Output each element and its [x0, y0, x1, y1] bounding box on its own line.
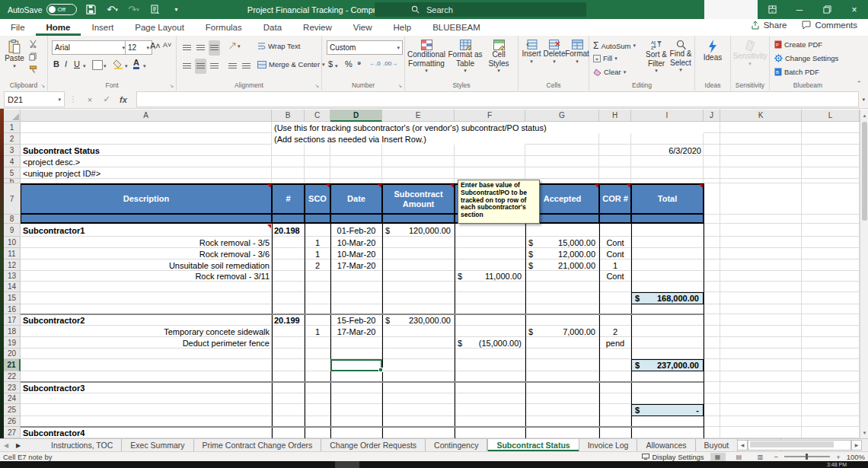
cell[interactable] [305, 416, 330, 427]
cell[interactable] [525, 416, 599, 427]
cell[interactable] [631, 337, 704, 349]
cell[interactable] [599, 224, 631, 237]
cell[interactable] [704, 248, 720, 259]
taskbar-app-button[interactable] [335, 461, 359, 468]
sheet-tab-buyout[interactable]: Buyout [696, 439, 739, 451]
cell[interactable] [704, 122, 720, 133]
cell[interactable] [455, 292, 525, 304]
cell[interactable] [455, 167, 525, 179]
cell[interactable] [631, 133, 704, 145]
cell-A10[interactable]: Rock removal - 3/5 [21, 237, 272, 248]
cell[interactable] [525, 314, 599, 326]
cell[interactable] [720, 427, 802, 438]
select-all-corner[interactable] [4, 110, 21, 122]
cell[interactable] [802, 349, 860, 359]
cell[interactable] [305, 393, 330, 404]
cell[interactable] [330, 282, 382, 292]
cell[interactable] [305, 427, 330, 438]
cell[interactable] [720, 337, 802, 349]
sheet-tab-invoice-log[interactable]: Invoice Log [579, 439, 638, 451]
cell[interactable] [802, 416, 860, 427]
column-header-L[interactable]: L [802, 110, 860, 122]
column-header-H[interactable]: H [599, 110, 631, 122]
cell-E7[interactable]: Subcontract Amount [382, 183, 455, 215]
cell-B17[interactable]: 20.199 [272, 314, 305, 326]
cell[interactable] [720, 326, 802, 337]
cell[interactable] [720, 156, 802, 167]
cell-A19[interactable]: Deduct perimeter fence [21, 337, 272, 349]
cell[interactable] [272, 393, 305, 404]
cell[interactable] [272, 382, 305, 393]
cell[interactable] [704, 167, 720, 179]
cell[interactable] [330, 404, 382, 416]
normal-view-button[interactable]: ▦ [710, 453, 726, 461]
cell[interactable] [631, 326, 704, 337]
cell[interactable] [272, 248, 305, 259]
cell[interactable] [272, 337, 305, 349]
cell-C10[interactable]: 1 [305, 237, 330, 248]
cell[interactable] [272, 292, 305, 304]
cell[interactable] [802, 259, 860, 271]
cell-D7[interactable]: Date [330, 183, 382, 215]
column-header-A[interactable]: A [21, 110, 272, 122]
cell[interactable] [382, 259, 455, 271]
cell[interactable] [599, 382, 631, 393]
cell[interactable] [599, 393, 631, 404]
cell[interactable] [802, 133, 860, 145]
cell[interactable] [599, 292, 631, 304]
scroll-right-arrow[interactable]: ▶ [851, 440, 862, 450]
cell-A9[interactable]: Subcontractor1 [21, 224, 272, 237]
cell[interactable] [599, 371, 631, 382]
cell[interactable] [599, 349, 631, 359]
cell[interactable] [720, 122, 802, 133]
cell[interactable] [382, 282, 455, 292]
cell[interactable] [720, 371, 802, 382]
cell[interactable] [704, 404, 720, 416]
cell[interactable] [455, 248, 525, 259]
cell-G11[interactable]: $12,000.00 [525, 248, 599, 259]
cell[interactable] [704, 349, 720, 359]
cell[interactable] [704, 382, 720, 393]
cell[interactable] [455, 224, 525, 237]
cell[interactable] [631, 237, 704, 248]
row-header-23[interactable]: 23 [4, 382, 21, 393]
vertical-scrollbar[interactable]: ▲ ▼ [860, 110, 868, 438]
cell[interactable] [305, 404, 330, 416]
cell[interactable] [720, 282, 802, 292]
row-header-18[interactable]: 18 [4, 326, 21, 337]
cell[interactable] [525, 393, 599, 404]
column-header-D[interactable]: D [330, 110, 382, 122]
cell[interactable] [525, 271, 599, 282]
cell[interactable] [720, 271, 802, 282]
cell[interactable] [305, 282, 330, 292]
cell-A17[interactable]: Subcontractor2 [21, 314, 272, 326]
cell-A23[interactable]: Subcontractor3 [21, 382, 272, 393]
cell-F19[interactable]: $(15,000.00) [455, 337, 525, 349]
cell-D11[interactable]: 10-Mar-20 [330, 248, 382, 259]
cell[interactable] [704, 237, 720, 248]
cell[interactable] [704, 215, 720, 224]
cell-H11[interactable]: Cont [599, 248, 631, 259]
cell[interactable] [272, 371, 305, 382]
cell[interactable] [330, 156, 382, 167]
column-header-G[interactable]: G [525, 110, 599, 122]
cell-B1[interactable]: (Use this for tracking subcontractor's (… [272, 122, 704, 133]
cell[interactable] [330, 371, 382, 382]
cell[interactable] [382, 156, 455, 167]
cell[interactable] [455, 427, 525, 438]
cell[interactable] [455, 382, 525, 393]
cell[interactable] [802, 237, 860, 248]
cell[interactable] [525, 404, 599, 416]
cell-E17[interactable]: $230,000.00 [382, 314, 455, 326]
cell-E9[interactable]: $120,000.00 [382, 224, 455, 237]
cell[interactable] [599, 282, 631, 292]
row-header-5[interactable]: 5 [4, 167, 21, 179]
cell[interactable] [704, 156, 720, 167]
cell[interactable] [599, 314, 631, 326]
cell[interactable] [802, 393, 860, 404]
cell[interactable] [382, 382, 455, 393]
cell[interactable] [272, 145, 305, 156]
cell[interactable] [272, 359, 305, 371]
cell-I7[interactable]: Total [631, 183, 704, 215]
cell[interactable] [802, 382, 860, 393]
